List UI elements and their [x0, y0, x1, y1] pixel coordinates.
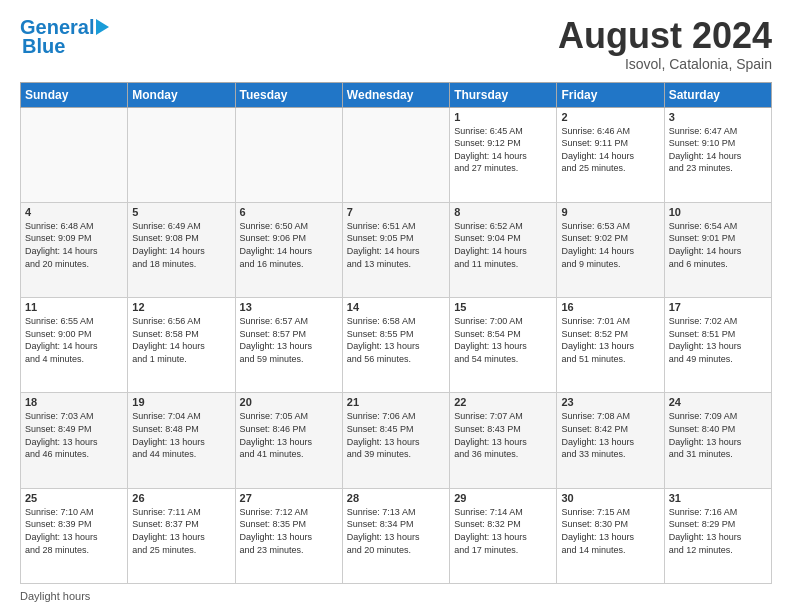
calendar-table: SundayMondayTuesdayWednesdayThursdayFrid…	[20, 82, 772, 584]
calendar-cell: 5Sunrise: 6:49 AM Sunset: 9:08 PM Daylig…	[128, 202, 235, 297]
day-info: Sunrise: 7:07 AM Sunset: 8:43 PM Dayligh…	[454, 410, 552, 460]
day-number: 11	[25, 301, 123, 313]
daylight-label: Daylight hours	[20, 590, 90, 602]
day-info: Sunrise: 7:12 AM Sunset: 8:35 PM Dayligh…	[240, 506, 338, 556]
day-info: Sunrise: 6:55 AM Sunset: 9:00 PM Dayligh…	[25, 315, 123, 365]
day-number: 27	[240, 492, 338, 504]
calendar-cell: 20Sunrise: 7:05 AM Sunset: 8:46 PM Dayli…	[235, 393, 342, 488]
day-number: 9	[561, 206, 659, 218]
day-info: Sunrise: 7:04 AM Sunset: 8:48 PM Dayligh…	[132, 410, 230, 460]
day-info: Sunrise: 7:15 AM Sunset: 8:30 PM Dayligh…	[561, 506, 659, 556]
day-info: Sunrise: 7:13 AM Sunset: 8:34 PM Dayligh…	[347, 506, 445, 556]
day-number: 29	[454, 492, 552, 504]
day-info: Sunrise: 6:50 AM Sunset: 9:06 PM Dayligh…	[240, 220, 338, 270]
day-info: Sunrise: 6:57 AM Sunset: 8:57 PM Dayligh…	[240, 315, 338, 365]
calendar-cell: 22Sunrise: 7:07 AM Sunset: 8:43 PM Dayli…	[450, 393, 557, 488]
calendar-cell: 25Sunrise: 7:10 AM Sunset: 8:39 PM Dayli…	[21, 488, 128, 583]
day-number: 16	[561, 301, 659, 313]
day-info: Sunrise: 6:54 AM Sunset: 9:01 PM Dayligh…	[669, 220, 767, 270]
calendar-cell: 26Sunrise: 7:11 AM Sunset: 8:37 PM Dayli…	[128, 488, 235, 583]
calendar-cell: 30Sunrise: 7:15 AM Sunset: 8:30 PM Dayli…	[557, 488, 664, 583]
calendar-cell: 23Sunrise: 7:08 AM Sunset: 8:42 PM Dayli…	[557, 393, 664, 488]
calendar-week-4: 18Sunrise: 7:03 AM Sunset: 8:49 PM Dayli…	[21, 393, 772, 488]
day-info: Sunrise: 6:56 AM Sunset: 8:58 PM Dayligh…	[132, 315, 230, 365]
calendar-header-saturday: Saturday	[664, 82, 771, 107]
calendar-cell: 18Sunrise: 7:03 AM Sunset: 8:49 PM Dayli…	[21, 393, 128, 488]
calendar-cell: 11Sunrise: 6:55 AM Sunset: 9:00 PM Dayli…	[21, 298, 128, 393]
calendar-cell	[342, 107, 449, 202]
calendar-header-thursday: Thursday	[450, 82, 557, 107]
calendar-cell: 7Sunrise: 6:51 AM Sunset: 9:05 PM Daylig…	[342, 202, 449, 297]
logo-arrow-icon	[96, 19, 109, 35]
day-info: Sunrise: 7:14 AM Sunset: 8:32 PM Dayligh…	[454, 506, 552, 556]
day-number: 19	[132, 396, 230, 408]
day-number: 12	[132, 301, 230, 313]
day-info: Sunrise: 6:47 AM Sunset: 9:10 PM Dayligh…	[669, 125, 767, 175]
day-number: 26	[132, 492, 230, 504]
day-number: 31	[669, 492, 767, 504]
calendar-cell: 14Sunrise: 6:58 AM Sunset: 8:55 PM Dayli…	[342, 298, 449, 393]
day-number: 6	[240, 206, 338, 218]
calendar-week-2: 4Sunrise: 6:48 AM Sunset: 9:09 PM Daylig…	[21, 202, 772, 297]
calendar-cell: 1Sunrise: 6:45 AM Sunset: 9:12 PM Daylig…	[450, 107, 557, 202]
day-number: 5	[132, 206, 230, 218]
calendar-cell: 8Sunrise: 6:52 AM Sunset: 9:04 PM Daylig…	[450, 202, 557, 297]
day-number: 25	[25, 492, 123, 504]
calendar-cell: 31Sunrise: 7:16 AM Sunset: 8:29 PM Dayli…	[664, 488, 771, 583]
day-info: Sunrise: 6:58 AM Sunset: 8:55 PM Dayligh…	[347, 315, 445, 365]
calendar-week-3: 11Sunrise: 6:55 AM Sunset: 9:00 PM Dayli…	[21, 298, 772, 393]
day-number: 13	[240, 301, 338, 313]
day-number: 28	[347, 492, 445, 504]
calendar-cell: 28Sunrise: 7:13 AM Sunset: 8:34 PM Dayli…	[342, 488, 449, 583]
day-info: Sunrise: 7:10 AM Sunset: 8:39 PM Dayligh…	[25, 506, 123, 556]
day-info: Sunrise: 7:16 AM Sunset: 8:29 PM Dayligh…	[669, 506, 767, 556]
day-info: Sunrise: 6:46 AM Sunset: 9:11 PM Dayligh…	[561, 125, 659, 175]
day-info: Sunrise: 6:53 AM Sunset: 9:02 PM Dayligh…	[561, 220, 659, 270]
day-number: 30	[561, 492, 659, 504]
day-number: 20	[240, 396, 338, 408]
day-info: Sunrise: 7:11 AM Sunset: 8:37 PM Dayligh…	[132, 506, 230, 556]
day-number: 2	[561, 111, 659, 123]
day-info: Sunrise: 7:09 AM Sunset: 8:40 PM Dayligh…	[669, 410, 767, 460]
calendar-cell: 12Sunrise: 6:56 AM Sunset: 8:58 PM Dayli…	[128, 298, 235, 393]
day-number: 14	[347, 301, 445, 313]
logo: General Blue	[20, 16, 109, 58]
day-number: 10	[669, 206, 767, 218]
calendar-cell: 13Sunrise: 6:57 AM Sunset: 8:57 PM Dayli…	[235, 298, 342, 393]
day-info: Sunrise: 6:51 AM Sunset: 9:05 PM Dayligh…	[347, 220, 445, 270]
day-info: Sunrise: 6:48 AM Sunset: 9:09 PM Dayligh…	[25, 220, 123, 270]
calendar-header-row: SundayMondayTuesdayWednesdayThursdayFrid…	[21, 82, 772, 107]
day-number: 15	[454, 301, 552, 313]
day-info: Sunrise: 7:03 AM Sunset: 8:49 PM Dayligh…	[25, 410, 123, 460]
calendar-cell: 27Sunrise: 7:12 AM Sunset: 8:35 PM Dayli…	[235, 488, 342, 583]
day-number: 23	[561, 396, 659, 408]
day-info: Sunrise: 7:06 AM Sunset: 8:45 PM Dayligh…	[347, 410, 445, 460]
calendar-cell: 6Sunrise: 6:50 AM Sunset: 9:06 PM Daylig…	[235, 202, 342, 297]
day-number: 4	[25, 206, 123, 218]
calendar-cell: 9Sunrise: 6:53 AM Sunset: 9:02 PM Daylig…	[557, 202, 664, 297]
day-number: 3	[669, 111, 767, 123]
calendar-cell: 4Sunrise: 6:48 AM Sunset: 9:09 PM Daylig…	[21, 202, 128, 297]
day-info: Sunrise: 7:01 AM Sunset: 8:52 PM Dayligh…	[561, 315, 659, 365]
footer: Daylight hours	[20, 590, 772, 602]
page: General Blue August 2024 Isovol, Catalon…	[0, 0, 792, 612]
day-info: Sunrise: 6:45 AM Sunset: 9:12 PM Dayligh…	[454, 125, 552, 175]
calendar-header-monday: Monday	[128, 82, 235, 107]
day-number: 21	[347, 396, 445, 408]
day-info: Sunrise: 7:08 AM Sunset: 8:42 PM Dayligh…	[561, 410, 659, 460]
day-number: 8	[454, 206, 552, 218]
day-info: Sunrise: 7:05 AM Sunset: 8:46 PM Dayligh…	[240, 410, 338, 460]
calendar-cell: 16Sunrise: 7:01 AM Sunset: 8:52 PM Dayli…	[557, 298, 664, 393]
calendar-week-5: 25Sunrise: 7:10 AM Sunset: 8:39 PM Dayli…	[21, 488, 772, 583]
calendar-cell: 29Sunrise: 7:14 AM Sunset: 8:32 PM Dayli…	[450, 488, 557, 583]
day-number: 22	[454, 396, 552, 408]
day-number: 1	[454, 111, 552, 123]
day-number: 7	[347, 206, 445, 218]
calendar-header-tuesday: Tuesday	[235, 82, 342, 107]
header: General Blue August 2024 Isovol, Catalon…	[20, 16, 772, 72]
calendar-cell: 15Sunrise: 7:00 AM Sunset: 8:54 PM Dayli…	[450, 298, 557, 393]
calendar-cell	[128, 107, 235, 202]
logo-blue-text: Blue	[22, 35, 65, 57]
calendar-cell: 17Sunrise: 7:02 AM Sunset: 8:51 PM Dayli…	[664, 298, 771, 393]
calendar-week-1: 1Sunrise: 6:45 AM Sunset: 9:12 PM Daylig…	[21, 107, 772, 202]
